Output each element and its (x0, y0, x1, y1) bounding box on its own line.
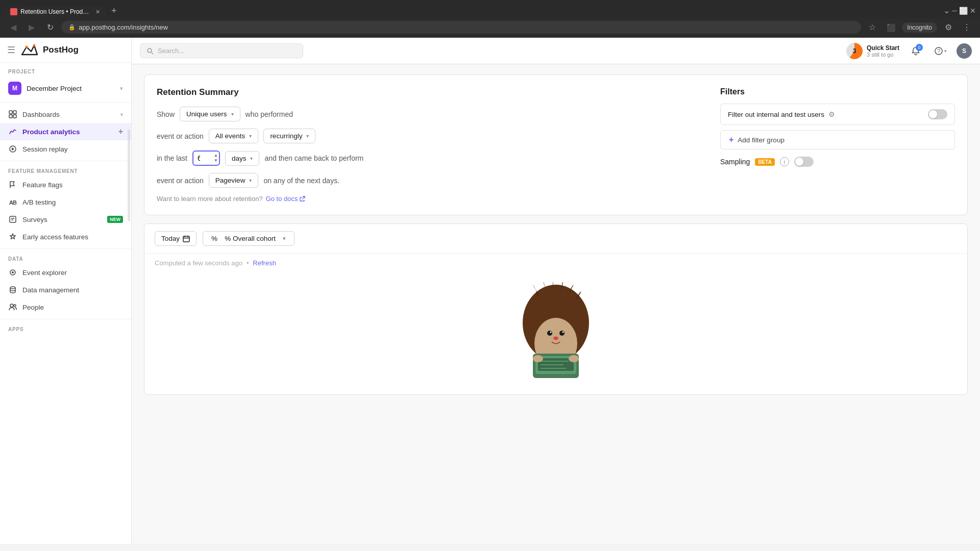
retention-row-1: Show Unique users ▾ who performed (157, 107, 708, 121)
beta-badge: BETA (755, 158, 774, 166)
svg-rect-7 (13, 115, 16, 118)
svg-point-32 (550, 332, 552, 333)
event-action-label-1: event or action (157, 132, 204, 140)
minimize-button[interactable]: ─ (952, 7, 957, 15)
close-window-button[interactable]: ✕ (970, 7, 976, 15)
app-header: Search... 3 Quick Start 3 still to go 0 (132, 38, 980, 64)
sidebar-scrollbar[interactable] (128, 130, 130, 221)
chart-card: Today % % Overall cohort ▾ Computed a fe… (144, 223, 968, 395)
pageview-dropdown[interactable]: Pageview ▾ (209, 173, 259, 188)
all-events-dropdown[interactable]: All events ▾ (209, 129, 259, 143)
early-access-icon (8, 232, 17, 241)
sidebar-item-people[interactable]: People (0, 298, 131, 316)
user-avatar-button[interactable]: S (957, 43, 972, 59)
back-button[interactable]: ◀ (6, 20, 20, 35)
add-filter-group-label: Add filter group (738, 136, 785, 144)
sidebar-item-session-replay[interactable]: Session replay (0, 140, 131, 158)
spinner-up-button[interactable]: ▲ (214, 153, 218, 158)
days-label: days (232, 155, 247, 162)
help-button[interactable]: ? ▾ (932, 43, 948, 59)
tab-title: Retention Users • Product analy (20, 8, 90, 15)
quick-start-sub: 3 still to go (867, 52, 899, 58)
early-access-label: Early access features (22, 233, 123, 241)
help-icon: ? (934, 46, 943, 56)
svg-point-42 (569, 355, 579, 362)
sidebar-item-early-access[interactable]: Early access features (0, 228, 131, 245)
sidebar-item-feature-flags[interactable]: Feature flags (0, 176, 131, 193)
retention-row-3: in the last 6 ▲ ▼ days (157, 151, 708, 166)
svg-point-3 (33, 44, 36, 47)
sampling-toggle[interactable] (794, 157, 814, 167)
spinner-buttons[interactable]: ▲ ▼ (214, 153, 218, 164)
search-icon (146, 47, 154, 55)
bookmark-button[interactable]: ☆ (865, 20, 879, 35)
posthog-logo-icon (20, 43, 39, 57)
docs-link[interactable]: Go to docs (266, 195, 305, 203)
incognito-button[interactable]: Incognito (902, 22, 937, 33)
cohort-dropdown[interactable]: % % Overall cohort ▾ (203, 231, 295, 246)
svg-text:B: B (13, 199, 17, 206)
svg-point-20 (148, 48, 152, 53)
retention-row-2: event or action All events ▾ recurringly… (157, 129, 708, 143)
new-tab-button[interactable]: + (107, 6, 121, 16)
toggle-knob (929, 110, 937, 118)
filters-title: Filters (720, 87, 955, 96)
days-dropdown[interactable]: days ▾ (225, 151, 260, 166)
add-filter-group-button[interactable]: + Add filter group (720, 130, 955, 149)
sidebar-item-surveys[interactable]: Surveys NEW (0, 211, 131, 228)
notifications-button[interactable]: 0 (908, 43, 924, 59)
active-tab[interactable]: Retention Users • Product analy ✕ (4, 6, 106, 17)
sidebar-item-event-explorer[interactable]: Event explorer (0, 264, 131, 281)
search-bar[interactable]: Search... (140, 43, 303, 58)
maximize-button[interactable]: ⬜ (959, 7, 968, 15)
svg-point-16 (12, 271, 14, 273)
filters-panel: Filters Filter out internal and test use… (720, 87, 955, 203)
sidebar-item-data-management[interactable]: Data management (0, 281, 131, 298)
svg-rect-12 (10, 216, 16, 222)
unique-users-dropdown[interactable]: Unique users ▾ (180, 107, 240, 121)
sidebar-item-ab-testing[interactable]: AB A/B testing (0, 193, 131, 211)
sidebar-item-product-analytics[interactable]: Product analytics + (0, 123, 131, 140)
refresh-link[interactable]: Refresh (253, 259, 276, 267)
forward-button[interactable]: ▶ (24, 20, 39, 35)
ab-testing-icon: AB (8, 197, 17, 207)
session-replay-icon (8, 144, 17, 154)
svg-line-21 (152, 52, 154, 54)
product-analytics-add-button[interactable]: + (118, 127, 123, 136)
tab-dropdown-button[interactable]: ⌄ (943, 6, 950, 15)
tab-favicon (10, 8, 17, 15)
computed-row: Computed a few seconds ago • Refresh (144, 254, 967, 272)
hamburger-menu-button[interactable]: ☰ (7, 44, 15, 56)
menu-button[interactable]: ⋮ (960, 20, 974, 35)
cohort-label: % (211, 235, 217, 242)
people-icon (8, 303, 17, 312)
tab-close-button[interactable]: ✕ (95, 9, 100, 15)
project-selector[interactable]: M December Project ▾ (0, 77, 131, 100)
event-action-label-2: event or action (157, 177, 204, 185)
filter-internal-label: Filter out internal and test users ⚙ (728, 110, 835, 118)
gear-icon[interactable]: ⚙ (828, 110, 835, 118)
project-section-label: PROJECT (0, 65, 131, 77)
reload-button[interactable]: ↻ (43, 20, 57, 35)
recurringly-dropdown[interactable]: recurringly ▾ (263, 129, 315, 143)
spinner-down-button[interactable]: ▼ (214, 158, 218, 163)
address-bar[interactable]: 🔒 app.posthog.com/insights/new (61, 21, 861, 34)
docs-link-text: Go to docs (266, 195, 298, 203)
retention-row-4: event or action Pageview ▾ on any of the… (157, 173, 708, 188)
svg-point-34 (553, 337, 558, 340)
extensions-button[interactable]: ⚙ (941, 20, 955, 35)
quick-start-button[interactable]: 3 Quick Start 3 still to go (846, 43, 899, 59)
cast-button[interactable]: ⬛ (884, 20, 898, 35)
docs-text: Want to learn more about retention? (157, 195, 263, 203)
sampling-info-icon[interactable]: i (780, 157, 789, 166)
product-analytics-icon (8, 127, 17, 136)
today-date-button[interactable]: Today (155, 231, 197, 246)
filter-internal-toggle[interactable] (928, 109, 947, 119)
empty-state-container (144, 272, 967, 394)
people-label: People (22, 304, 123, 311)
on-any-label: on any of the next days. (263, 177, 339, 185)
days-number-input[interactable]: 6 ▲ ▼ (192, 151, 220, 166)
computed-text: Computed a few seconds ago (155, 259, 242, 267)
data-management-icon (8, 285, 17, 294)
sidebar-item-dashboards[interactable]: Dashboards ▾ (0, 106, 131, 123)
